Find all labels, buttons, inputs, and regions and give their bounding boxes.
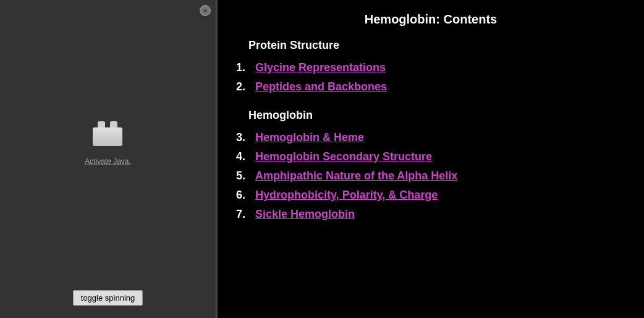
list-item: 4.Hemoglobin Secondary Structure (236, 150, 625, 163)
section-heading-1: Hemoglobin (248, 109, 625, 122)
java-icon-area: Activate Java. (85, 127, 131, 166)
list-item: 2.Peptides and Backbones (236, 80, 625, 93)
list-item: 1.Glycine Representations (236, 61, 625, 74)
nav-list-0: 1.Glycine Representations2.Peptides and … (236, 61, 625, 93)
nav-link-1-0[interactable]: Hemoglobin & Heme (255, 131, 364, 144)
list-item: 6.Hydrophobicity, Polarity, & Charge (236, 189, 625, 202)
nav-link-1-3[interactable]: Hydrophobicity, Polarity, & Charge (255, 189, 438, 202)
close-button[interactable]: × (200, 5, 211, 16)
sections-container: Protein Structure1.Glycine Representatio… (236, 39, 625, 221)
right-panel: Hemoglobin: Contents Protein Structure1.… (218, 0, 644, 318)
item-number: 5. (236, 170, 252, 183)
item-number: 6. (236, 189, 252, 202)
activate-java-link[interactable]: Activate Java. (85, 157, 131, 166)
item-number: 2. (236, 80, 252, 93)
toggle-spinning-button[interactable]: toggle spinning (73, 290, 143, 306)
section-heading-0: Protein Structure (248, 39, 625, 52)
nav-link-0-1[interactable]: Peptides and Backbones (255, 80, 387, 93)
nav-link-1-1[interactable]: Hemoglobin Secondary Structure (255, 150, 432, 163)
lego-brick-icon (93, 127, 122, 146)
nav-link-0-0[interactable]: Glycine Representations (255, 61, 386, 74)
nav-link-1-2[interactable]: Amphipathic Nature of the Alpha Helix (255, 170, 457, 183)
left-panel: × Activate Java. toggle spinning (0, 0, 216, 318)
nav-list-1: 3.Hemoglobin & Heme4.Hemoglobin Secondar… (236, 131, 625, 221)
page-title: Hemoglobin: Contents (236, 12, 625, 27)
item-number: 7. (236, 208, 252, 221)
nav-link-1-4[interactable]: Sickle Hemoglobin (255, 208, 355, 221)
list-item: 7.Sickle Hemoglobin (236, 208, 625, 221)
item-number: 4. (236, 150, 252, 163)
java-icon (93, 127, 122, 152)
list-item: 5.Amphipathic Nature of the Alpha Helix (236, 170, 625, 183)
list-item: 3.Hemoglobin & Heme (236, 131, 625, 144)
item-number: 3. (236, 131, 252, 144)
item-number: 1. (236, 61, 252, 74)
